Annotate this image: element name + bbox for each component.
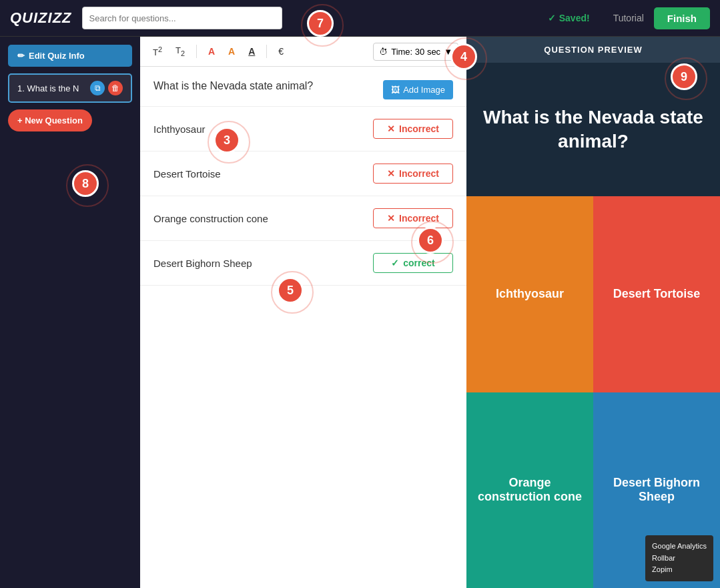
add-image-button[interactable]: 🖼 Add Image <box>383 80 453 99</box>
preview-answers: Ichthyosaur Desert Tortoise Orange const… <box>466 196 720 588</box>
question-item[interactable]: 1. What is the N ⧉ 🗑 <box>8 73 132 103</box>
answer-text[interactable]: Ichthyosaur <box>153 123 363 135</box>
answer-row: Desert Bighorn Sheep ✓ correct <box>140 241 466 286</box>
x-icon: ✕ <box>387 213 395 224</box>
edit-icon: ✏ <box>17 51 25 61</box>
toolbar-separator <box>196 45 197 58</box>
x-icon: ✕ <box>387 168 395 179</box>
question-editor-area: What is the Nevada state animal? 🖼 Add I… <box>140 67 466 107</box>
logo: QUIZIZZ <box>10 9 72 27</box>
preview-answer-1: Desert Tortoise <box>593 196 720 392</box>
currency-button[interactable]: € <box>274 43 288 60</box>
checkmark-icon: ✓ <box>548 13 556 23</box>
ga-line-3: Zopim <box>652 564 707 576</box>
sidebar: ✏ Edit Quiz Info 1. What is the N ⧉ 🗑 + … <box>0 37 140 588</box>
question-icons: ⧉ 🗑 <box>90 81 123 95</box>
answer-status-2[interactable]: ✕ Incorrect <box>373 208 453 228</box>
answer-row: Orange construction cone ✕ Incorrect <box>140 196 466 241</box>
ga-popup: Google Analytics Rollbar Zopim <box>645 535 713 581</box>
tutorial-button[interactable]: Tutorial <box>613 13 644 23</box>
color-default-button[interactable]: A <box>244 43 260 60</box>
answer-text[interactable]: Desert Tortoise <box>153 168 363 180</box>
clock-icon: ⏱ <box>379 47 388 57</box>
ga-line-2: Rollbar <box>652 553 707 565</box>
preview-answer-0: Ichthyosaur <box>466 196 593 392</box>
toolbar: T2 T2 A A A € ⏱ Time: 30 sec ▼ <box>140 37 466 67</box>
preview-question-box: What is the Nevada state animal? <box>466 63 720 196</box>
time-selector[interactable]: ⏱ Time: 30 sec ▼ <box>373 43 458 61</box>
answer-status-0[interactable]: ✕ Incorrect <box>373 119 453 139</box>
editor: T2 T2 A A A € ⏱ Time: 30 sec ▼ What is t… <box>140 37 466 588</box>
preview-answer-2: Orange construction cone <box>466 392 593 589</box>
answer-row: Ichthyosaur ✕ Incorrect <box>140 107 466 152</box>
question-text[interactable]: What is the Nevada state animal? <box>153 80 376 92</box>
header: QUIZIZZ ✓ Saved! Tutorial Finish <box>0 0 720 37</box>
finish-button[interactable]: Finish <box>654 7 710 29</box>
image-icon: 🖼 <box>391 85 400 95</box>
question-item-text: 1. What is the N <box>17 83 90 93</box>
answers-area: Ichthyosaur ✕ Incorrect Desert Tortoise … <box>140 107 466 588</box>
question-text-row: What is the Nevada state animal? 🖼 Add I… <box>153 80 453 99</box>
answer-status-1[interactable]: ✕ Incorrect <box>373 164 453 184</box>
search-input[interactable] <box>82 7 282 29</box>
answer-row: Desert Tortoise ✕ Incorrect <box>140 152 466 196</box>
subscript-button[interactable]: T2 <box>171 42 190 61</box>
answer-text[interactable]: Orange construction cone <box>153 213 363 224</box>
answer-text[interactable]: Desert Bighorn Sheep <box>153 258 363 269</box>
saved-indicator: ✓ Saved! <box>548 13 590 23</box>
delete-icon[interactable]: 🗑 <box>108 81 123 95</box>
preview-question-text: What is the Nevada state animal? <box>480 105 707 154</box>
chevron-down-icon: ▼ <box>444 47 452 57</box>
toolbar-separator-2 <box>266 45 267 58</box>
check-icon: ✓ <box>391 258 399 268</box>
preview-header: QUESTION PREVIEW <box>466 37 720 63</box>
edit-quiz-button[interactable]: ✏ Edit Quiz Info <box>8 45 132 67</box>
answer-status-3[interactable]: ✓ correct <box>373 253 453 273</box>
color-orange-button[interactable]: A <box>224 43 240 60</box>
x-icon: ✕ <box>387 123 395 134</box>
ga-line-1: Google Analytics <box>652 541 707 553</box>
new-question-button[interactable]: + New Question <box>8 109 92 131</box>
superscript-button[interactable]: T2 <box>148 42 167 61</box>
duplicate-icon[interactable]: ⧉ <box>90 81 105 95</box>
color-red-button[interactable]: A <box>204 43 220 60</box>
preview-panel: QUESTION PREVIEW What is the Nevada stat… <box>466 37 720 588</box>
main-layout: ✏ Edit Quiz Info 1. What is the N ⧉ 🗑 + … <box>0 37 720 588</box>
